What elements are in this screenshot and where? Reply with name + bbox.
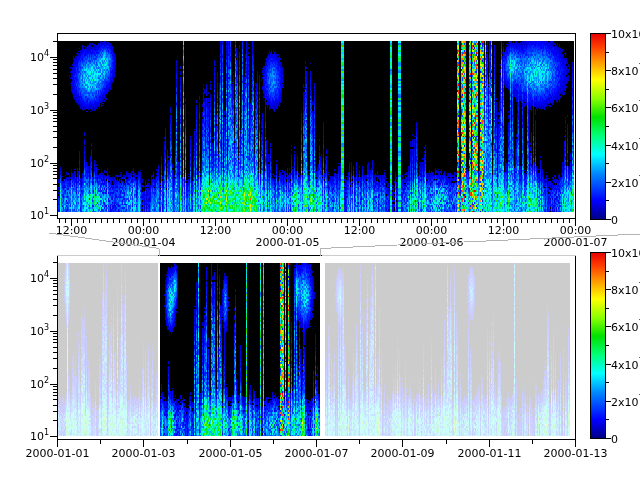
spectrogram-plot-zoomed[interactable]: [58, 41, 574, 212]
zoom-connector-line-left: [49, 233, 160, 249]
y-tick-label: 101: [30, 428, 49, 443]
x-tick-date-label: 2000-01-07: [285, 447, 349, 460]
colorbar-tick-label: 0: [611, 214, 618, 227]
x-tick-time-label: 12:00: [200, 224, 232, 237]
x-tick-date-label: 2000-01-05: [256, 236, 320, 249]
colorbar-tick-label: 8x107: [611, 63, 640, 78]
y-tick-label: 103: [30, 323, 49, 338]
zoom-connector-line-right: [321, 234, 640, 249]
time-selection-region[interactable]: [159, 255, 320, 439]
y-tick-label: 104: [30, 270, 49, 285]
x-tick-date-label: 2000-01-04: [112, 236, 176, 249]
colorbar-tick-label: 4x107: [611, 138, 640, 153]
colorbar-tick-label: 4x107: [611, 357, 640, 372]
x-tick-time-label: 12:00: [344, 224, 376, 237]
x-tick-date-label: 2000-01-07: [544, 236, 608, 249]
y-tick-label: 102: [30, 155, 49, 170]
x-tick-time-label: 12:00: [488, 224, 520, 237]
x-tick-time-label: 00:00: [272, 224, 304, 237]
y-tick-label: 102: [30, 376, 49, 391]
colorbar-tick-label: 2x107: [611, 394, 640, 409]
x-tick-date-label: 2000-01-11: [458, 447, 522, 460]
colorbar-tick-label: 6x107: [611, 319, 640, 334]
x-tick-time-label: 00:00: [128, 224, 160, 237]
x-tick-time-label: 00:00: [560, 224, 592, 237]
colorbar-tick-label: 2x107: [611, 175, 640, 190]
x-tick-date-label: 2000-01-06: [400, 236, 464, 249]
x-tick-time-label: 00:00: [416, 224, 448, 237]
spectrogram-viewer-window: 10110210310410110210310412:0000:002000-0…: [0, 0, 640, 480]
y-tick-label: 101: [30, 207, 49, 222]
y-tick-label: 104: [30, 49, 49, 64]
x-tick-date-label: 2000-01-05: [199, 447, 263, 460]
zoomed-spectrogram-panel: [57, 33, 575, 218]
x-tick-date-label: 2000-01-03: [112, 447, 176, 460]
colorbar-tick-label: 10x107: [611, 26, 640, 41]
colorbar-zoomed: [591, 34, 606, 220]
colorbar-tick-label: 0: [611, 433, 618, 446]
x-tick-date-label: 2000-01-13: [544, 447, 608, 460]
colorbar-tick-label: 10x107: [611, 245, 640, 260]
colorbar-tick-label: 6x107: [611, 100, 640, 115]
y-tick-label: 103: [30, 102, 49, 117]
x-tick-date-label: 2000-01-01: [26, 447, 90, 460]
colorbar-tick-label: 8x107: [611, 282, 640, 297]
colorbar-overview: [591, 253, 606, 439]
x-tick-time-label: 12:00: [56, 224, 88, 237]
x-tick-date-label: 2000-01-09: [371, 447, 435, 460]
